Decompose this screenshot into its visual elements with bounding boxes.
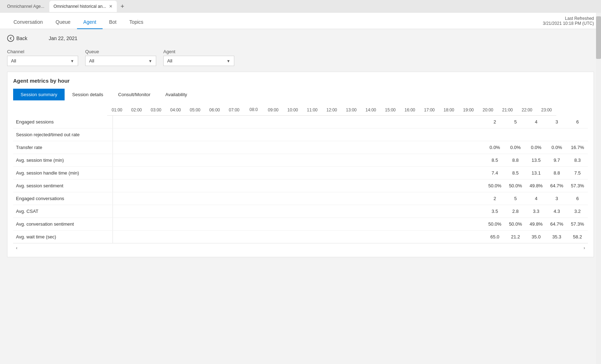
data-cell (154, 180, 175, 192)
data-cell (299, 218, 319, 231)
scroll-left-icon[interactable]: ‹ (14, 245, 20, 251)
browser-tab-2[interactable]: Omnichannel historical an... ✕ (49, 1, 117, 12)
data-cell (113, 141, 133, 154)
data-cell (443, 205, 464, 218)
back-button[interactable]: Back (7, 35, 27, 42)
hour-cell-07:00: 07:00 (224, 106, 244, 116)
hour-cell-16:00: 16:00 (400, 106, 420, 116)
data-cell (133, 205, 154, 218)
data-cell (257, 141, 278, 154)
table-row: Engaged sessions25436 (13, 116, 588, 128)
data-cell (464, 231, 485, 243)
data-cell (299, 154, 319, 167)
tab-bot[interactable]: Bot (103, 16, 123, 29)
data-cell (133, 192, 154, 205)
data-cell (195, 167, 216, 180)
data-cell (340, 116, 360, 128)
hour-cell-11:00: 11:00 (302, 106, 322, 116)
queue-chevron-icon: ▼ (148, 59, 152, 63)
tab-agent[interactable]: Agent (77, 16, 103, 29)
last-refreshed-label: Last Refreshed (543, 16, 594, 21)
data-cell (237, 192, 257, 205)
data-cell (319, 154, 340, 167)
data-cell (278, 231, 299, 243)
outer-scrollbar[interactable] (596, 13, 601, 364)
data-cell (154, 218, 175, 231)
data-cell (319, 180, 340, 192)
data-cell (299, 231, 319, 243)
data-cell (505, 128, 526, 141)
data-cell (361, 180, 381, 192)
table-row: Session rejected/timed out rate (13, 128, 588, 141)
browser-tab-1[interactable]: Omnichannel Age... (3, 1, 49, 12)
channel-select[interactable]: All ▼ (7, 56, 78, 66)
data-cell: 8.5 (485, 154, 505, 167)
data-cell (175, 180, 195, 192)
data-cell (464, 180, 485, 192)
sub-tab-availability[interactable]: Availability (158, 89, 195, 100)
data-cell: 3.3 (526, 205, 546, 218)
table-row: Avg. session sentiment50.0%50.0%49.8%64.… (13, 180, 588, 192)
metrics-title: Agent metrics by hour (13, 78, 588, 84)
data-cell (195, 128, 216, 141)
tab-queue[interactable]: Queue (49, 16, 77, 29)
data-cell (402, 154, 422, 167)
tab-topics[interactable]: Topics (123, 16, 150, 29)
data-cell: 64.7% (546, 218, 567, 231)
data-cell: 35.0 (526, 231, 546, 243)
data-cell (133, 116, 154, 128)
outer-scrollbar-thumb[interactable] (596, 16, 601, 59)
data-cell: 5 (505, 192, 526, 205)
scroll-right-icon[interactable]: › (581, 245, 587, 251)
data-cell (133, 141, 154, 154)
data-cell: 3 (546, 192, 567, 205)
table-row: Avg. wait time (sec)65.021.235.035.358.2 (13, 231, 588, 243)
sub-tab-session-summary[interactable]: Session summary (13, 89, 65, 100)
data-cell (319, 116, 340, 128)
data-cell (319, 141, 340, 154)
data-cell (216, 231, 236, 243)
hour-cell-09:00: 09:00 (263, 106, 283, 116)
metrics-panel: Agent metrics by hour Session summary Se… (7, 72, 594, 257)
data-cell (443, 192, 464, 205)
queue-select-value: All (89, 58, 94, 64)
data-cell (464, 205, 485, 218)
data-cell (133, 231, 154, 243)
data-cell: 2 (485, 116, 505, 128)
queue-select[interactable]: All ▼ (85, 56, 156, 66)
data-cell (402, 141, 422, 154)
data-cell: 50.0% (485, 218, 505, 231)
metric-label-cell: Transfer rate (13, 141, 113, 154)
data-cell (402, 218, 422, 231)
sub-tab-consult-monitor[interactable]: Consult/Monitor (111, 89, 158, 100)
data-cell (361, 116, 381, 128)
data-cell: 13.5 (526, 154, 546, 167)
table-container[interactable]: 01:0002:0003:0004:0005:0006:0007:0008:00… (13, 106, 588, 251)
data-cell (381, 231, 402, 243)
data-cell (154, 192, 175, 205)
data-cell (195, 205, 216, 218)
data-cell (237, 218, 257, 231)
new-tab-button[interactable]: + (118, 1, 127, 11)
metric-label-cell: Avg. wait time (sec) (13, 231, 113, 243)
agent-filter: Agent All ▼ (163, 49, 234, 66)
tab-conversation[interactable]: Conversation (7, 16, 49, 29)
metric-label-cell: Avg. CSAT (13, 205, 113, 218)
data-cell (278, 141, 299, 154)
channel-filter-label: Channel (7, 49, 78, 54)
hour-cell-13:00: 13:00 (342, 106, 361, 116)
sub-tab-session-details[interactable]: Session details (65, 89, 110, 100)
close-icon[interactable]: ✕ (109, 4, 113, 9)
data-cell (237, 116, 257, 128)
data-cell (237, 167, 257, 180)
data-cell (361, 141, 381, 154)
hour-cell-21:00: 21:00 (498, 106, 517, 116)
data-cell (319, 205, 340, 218)
data-cell (340, 218, 360, 231)
data-cell (175, 128, 195, 141)
agent-select[interactable]: All ▼ (163, 56, 234, 66)
data-cell (567, 128, 588, 141)
sub-tabs: Session summary Session details Consult/… (13, 89, 588, 100)
data-cell (278, 180, 299, 192)
agent-filter-label: Agent (163, 49, 234, 54)
